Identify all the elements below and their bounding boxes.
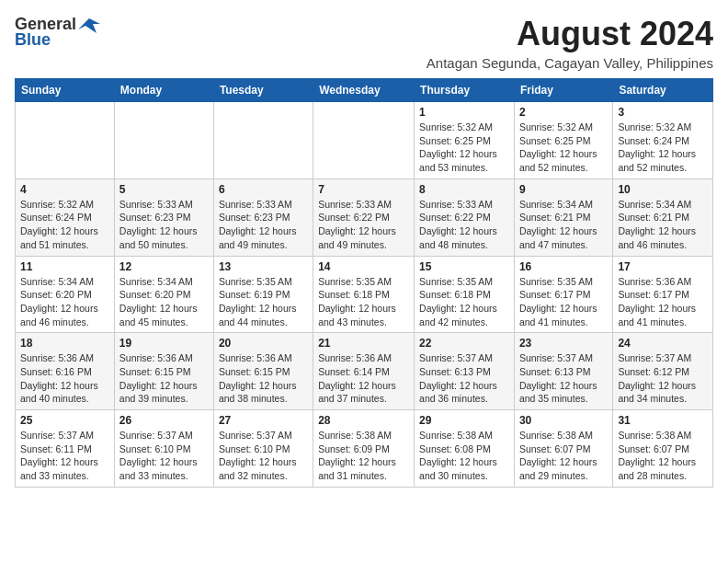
logo-blue: Blue [15, 30, 51, 50]
day-number: 5 [119, 183, 209, 196]
day-info: Sunrise: 5:34 AM Sunset: 6:20 PM Dayligh… [20, 275, 109, 329]
calendar-week-row: 11Sunrise: 5:34 AM Sunset: 6:20 PM Dayli… [16, 256, 713, 333]
day-number: 17 [618, 260, 708, 273]
calendar-cell [16, 102, 115, 179]
calendar-cell: 16Sunrise: 5:35 AM Sunset: 6:17 PM Dayli… [514, 256, 612, 333]
calendar-cell: 19Sunrise: 5:36 AM Sunset: 6:15 PM Dayli… [114, 333, 213, 410]
day-info: Sunrise: 5:35 AM Sunset: 6:18 PM Dayligh… [419, 275, 509, 329]
calendar-cell: 11Sunrise: 5:34 AM Sunset: 6:20 PM Dayli… [16, 256, 115, 333]
day-number: 28 [318, 414, 409, 427]
day-number: 7 [318, 183, 409, 196]
day-info: Sunrise: 5:36 AM Sunset: 6:16 PM Dayligh… [20, 351, 109, 406]
calendar-cell: 28Sunrise: 5:38 AM Sunset: 6:09 PM Dayli… [313, 410, 415, 488]
day-number: 6 [219, 183, 308, 196]
day-info: Sunrise: 5:32 AM Sunset: 6:25 PM Dayligh… [519, 121, 608, 175]
day-number: 3 [618, 106, 708, 119]
calendar-cell: 17Sunrise: 5:36 AM Sunset: 6:17 PM Dayli… [613, 256, 713, 333]
day-number: 29 [419, 414, 509, 427]
calendar-week-row: 18Sunrise: 5:36 AM Sunset: 6:16 PM Dayli… [16, 333, 713, 410]
day-info: Sunrise: 5:33 AM Sunset: 6:22 PM Dayligh… [419, 198, 509, 252]
calendar-cell: 4Sunrise: 5:32 AM Sunset: 6:24 PM Daylig… [16, 178, 115, 256]
day-number: 19 [119, 337, 209, 350]
day-number: 24 [618, 337, 708, 350]
calendar-cell: 13Sunrise: 5:35 AM Sunset: 6:19 PM Dayli… [213, 256, 313, 333]
day-info: Sunrise: 5:38 AM Sunset: 6:07 PM Dayligh… [618, 429, 708, 483]
day-number: 25 [20, 414, 109, 427]
day-info: Sunrise: 5:34 AM Sunset: 6:21 PM Dayligh… [618, 198, 708, 252]
day-info: Sunrise: 5:32 AM Sunset: 6:24 PM Dayligh… [618, 121, 708, 175]
day-number: 2 [519, 106, 608, 119]
title-area: August 2024 Antagan Segunda, Cagayan Val… [427, 15, 713, 71]
day-number: 8 [419, 183, 509, 196]
day-info: Sunrise: 5:33 AM Sunset: 6:23 PM Dayligh… [219, 198, 308, 252]
calendar-week-row: 1Sunrise: 5:32 AM Sunset: 6:25 PM Daylig… [16, 102, 713, 179]
calendar-cell: 18Sunrise: 5:36 AM Sunset: 6:16 PM Dayli… [16, 333, 115, 410]
calendar-cell [313, 102, 415, 179]
day-number: 26 [119, 414, 209, 427]
weekday-header-thursday: Thursday [415, 79, 515, 102]
day-number: 23 [519, 337, 608, 350]
day-info: Sunrise: 5:35 AM Sunset: 6:19 PM Dayligh… [219, 275, 308, 329]
calendar-cell: 5Sunrise: 5:33 AM Sunset: 6:23 PM Daylig… [114, 178, 213, 256]
day-info: Sunrise: 5:33 AM Sunset: 6:22 PM Dayligh… [318, 198, 409, 252]
day-info: Sunrise: 5:38 AM Sunset: 6:08 PM Dayligh… [419, 429, 509, 483]
month-year-title: August 2024 [427, 15, 713, 53]
day-info: Sunrise: 5:37 AM Sunset: 6:10 PM Dayligh… [119, 429, 209, 483]
day-info: Sunrise: 5:36 AM Sunset: 6:17 PM Dayligh… [618, 275, 708, 329]
day-number: 20 [219, 337, 308, 350]
weekday-header-sunday: Sunday [16, 79, 115, 102]
calendar-cell: 8Sunrise: 5:33 AM Sunset: 6:22 PM Daylig… [415, 178, 515, 256]
calendar-cell: 26Sunrise: 5:37 AM Sunset: 6:10 PM Dayli… [114, 410, 213, 488]
day-info: Sunrise: 5:37 AM Sunset: 6:12 PM Dayligh… [618, 351, 708, 406]
calendar-cell: 29Sunrise: 5:38 AM Sunset: 6:08 PM Dayli… [415, 410, 515, 488]
calendar-cell: 6Sunrise: 5:33 AM Sunset: 6:23 PM Daylig… [213, 178, 313, 256]
weekday-header-row: SundayMondayTuesdayWednesdayThursdayFrid… [16, 79, 713, 102]
calendar-cell: 10Sunrise: 5:34 AM Sunset: 6:21 PM Dayli… [613, 178, 713, 256]
calendar-cell: 15Sunrise: 5:35 AM Sunset: 6:18 PM Dayli… [415, 256, 515, 333]
calendar-cell: 25Sunrise: 5:37 AM Sunset: 6:11 PM Dayli… [16, 410, 115, 488]
day-number: 1 [419, 106, 509, 119]
day-info: Sunrise: 5:35 AM Sunset: 6:18 PM Dayligh… [318, 275, 409, 329]
calendar-table: SundayMondayTuesdayWednesdayThursdayFrid… [15, 78, 713, 488]
day-number: 18 [20, 337, 109, 350]
day-number: 15 [419, 260, 509, 273]
calendar-cell: 1Sunrise: 5:32 AM Sunset: 6:25 PM Daylig… [415, 102, 515, 179]
weekday-header-tuesday: Tuesday [213, 79, 313, 102]
day-info: Sunrise: 5:36 AM Sunset: 6:15 PM Dayligh… [219, 351, 308, 406]
calendar-cell: 27Sunrise: 5:37 AM Sunset: 6:10 PM Dayli… [213, 410, 313, 488]
day-number: 16 [519, 260, 608, 273]
weekday-header-saturday: Saturday [613, 79, 713, 102]
day-number: 22 [419, 337, 509, 350]
day-info: Sunrise: 5:35 AM Sunset: 6:17 PM Dayligh… [519, 275, 608, 329]
weekday-header-friday: Friday [514, 79, 612, 102]
calendar-week-row: 4Sunrise: 5:32 AM Sunset: 6:24 PM Daylig… [16, 178, 713, 256]
calendar-cell: 3Sunrise: 5:32 AM Sunset: 6:24 PM Daylig… [613, 102, 713, 179]
weekday-header-wednesday: Wednesday [313, 79, 415, 102]
weekday-header-monday: Monday [114, 79, 213, 102]
day-info: Sunrise: 5:36 AM Sunset: 6:14 PM Dayligh… [318, 351, 409, 406]
day-info: Sunrise: 5:37 AM Sunset: 6:13 PM Dayligh… [419, 351, 509, 406]
day-number: 31 [618, 414, 708, 427]
logo-bird-icon [78, 17, 100, 33]
day-info: Sunrise: 5:32 AM Sunset: 6:24 PM Dayligh… [20, 198, 109, 252]
calendar-cell [114, 102, 213, 179]
svg-marker-0 [78, 18, 100, 33]
location-subtitle: Antagan Segunda, Cagayan Valley, Philipp… [427, 55, 713, 71]
day-info: Sunrise: 5:37 AM Sunset: 6:11 PM Dayligh… [20, 429, 109, 483]
calendar-cell: 30Sunrise: 5:38 AM Sunset: 6:07 PM Dayli… [514, 410, 612, 488]
day-number: 27 [219, 414, 308, 427]
day-number: 13 [219, 260, 308, 273]
day-info: Sunrise: 5:34 AM Sunset: 6:20 PM Dayligh… [119, 275, 209, 329]
header: General Blue August 2024 Antagan Segunda… [15, 15, 713, 71]
calendar-cell [213, 102, 313, 179]
calendar-cell: 12Sunrise: 5:34 AM Sunset: 6:20 PM Dayli… [114, 256, 213, 333]
calendar-cell: 23Sunrise: 5:37 AM Sunset: 6:13 PM Dayli… [514, 333, 612, 410]
day-info: Sunrise: 5:37 AM Sunset: 6:13 PM Dayligh… [519, 351, 608, 406]
calendar-cell: 21Sunrise: 5:36 AM Sunset: 6:14 PM Dayli… [313, 333, 415, 410]
day-info: Sunrise: 5:33 AM Sunset: 6:23 PM Dayligh… [119, 198, 209, 252]
day-info: Sunrise: 5:34 AM Sunset: 6:21 PM Dayligh… [519, 198, 608, 252]
calendar-cell: 22Sunrise: 5:37 AM Sunset: 6:13 PM Dayli… [415, 333, 515, 410]
logo: General Blue [15, 15, 100, 50]
calendar-week-row: 25Sunrise: 5:37 AM Sunset: 6:11 PM Dayli… [16, 410, 713, 488]
day-number: 21 [318, 337, 409, 350]
